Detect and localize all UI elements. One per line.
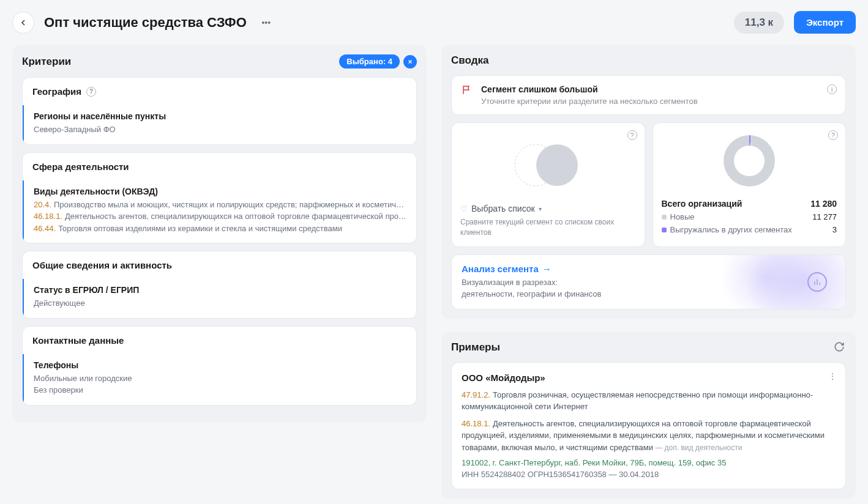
info-icon[interactable]: i (827, 84, 837, 94)
more-icon: ••• (261, 18, 271, 28)
criteria-value: Действующее (34, 297, 406, 309)
example-company-name: ООО «Мойдодыр» (462, 372, 836, 383)
criteria-card[interactable]: География?Регионы и населённые пунктыСев… (22, 77, 417, 145)
criteria-section[interactable]: Статус в ЕГРЮЛ / ЕГРИПДействующее (22, 279, 416, 318)
arrow-right-icon: → (542, 264, 552, 274)
stats-total-label: Всего организаций (662, 199, 743, 209)
criteria-title: Критерии (22, 56, 71, 68)
stat-label: Выгружались в других сегментах (670, 225, 792, 234)
criteria-card-title: География? (23, 78, 416, 105)
summary-panel: Сводка Сегмент слишком большой Уточните … (441, 45, 856, 319)
help-icon[interactable]: ? (86, 87, 96, 97)
criteria-section[interactable]: Виды деятельности (ОКВЭД)20.4.Производст… (22, 180, 416, 243)
criteria-value: 20.4.Производство мыла и моющих, чистящи… (34, 199, 406, 211)
criteria-value: Без проверки (34, 384, 406, 396)
stats-total-value: 11 280 (810, 199, 837, 209)
page-title: Опт чистящие средства СЗФО (44, 15, 247, 31)
venn-diagram (460, 138, 636, 193)
analysis-link[interactable]: Анализ сегмента → (462, 264, 552, 274)
criteria-card[interactable]: Контактные данныеТелефоныМобильные или г… (22, 326, 417, 406)
stats-card: ? Всего организаций 11 280 Новые11 277Вы… (653, 122, 847, 247)
criteria-value: Мобильные или городские (34, 372, 406, 385)
more-menu-button[interactable]: ••• (256, 13, 276, 32)
example-address: 191002, г. Санкт-Петербург, наб. Реки Мо… (462, 458, 836, 467)
example-meta: ИНН 5524288402 ОГРН1536541760358 — 30.04… (462, 470, 836, 479)
analysis-card[interactable]: Анализ сегмента → Визуализация в разреза… (451, 254, 846, 309)
bar-chart-icon (807, 272, 827, 292)
segment-too-big-alert: Сегмент слишком большой Уточните критери… (451, 75, 846, 115)
clear-selection-button[interactable] (403, 55, 417, 69)
help-icon[interactable]: ? (828, 130, 838, 140)
stat-value: 3 (832, 225, 837, 234)
criteria-value: 46.44.Торговля оптовая изделиями из кера… (34, 223, 406, 235)
heart-icon: ♡ (460, 204, 468, 213)
count-badge: 11,3 к (734, 12, 784, 34)
legend-dot (662, 215, 667, 220)
criteria-card[interactable]: Сфера деятельностиВиды деятельности (ОКВ… (22, 152, 417, 244)
criteria-card[interactable]: Общие сведения и активностьСтатус в ЕГРЮ… (22, 251, 417, 319)
example-activity: 46.18.1.Деятельность агентов, специализи… (462, 418, 836, 454)
examples-panel: Примеры ⋮ ООО «Мойдодыр» 47.91.2.Торговл… (441, 332, 856, 500)
help-icon[interactable]: ? (627, 130, 637, 140)
back-button[interactable] (12, 12, 34, 34)
criteria-card-title: Сфера деятельности (23, 153, 416, 180)
criteria-section[interactable]: ТелефоныМобильные или городскиеБез прове… (22, 354, 416, 405)
criteria-section[interactable]: Регионы и населённые пунктыСеверо-Западн… (22, 105, 416, 144)
example-more-button[interactable]: ⋮ (828, 371, 837, 381)
donut-chart (724, 135, 775, 187)
criteria-value: Северо-Западный ФО (34, 124, 406, 136)
alert-title: Сегмент слишком большой (481, 84, 698, 94)
criteria-section-title: Статус в ЕГРЮЛ / ЕГРИП (34, 285, 406, 295)
criteria-section-title: Регионы и населённые пункты (34, 111, 406, 121)
criteria-section-title: Телефоны (34, 360, 406, 370)
stat-value: 11 277 (812, 212, 837, 221)
legend-dot (662, 228, 667, 232)
arrow-left-icon (18, 18, 28, 28)
alert-subtitle: Уточните критерии или разделите на неско… (481, 97, 698, 106)
selected-count-badge[interactable]: Выбрано: 4 (339, 54, 400, 69)
example-activity: 47.91.2.Торговля розничная, осуществляем… (462, 389, 836, 413)
chevron-down-icon: ▾ (539, 206, 542, 212)
select-list-dropdown[interactable]: ♡ Выбрать список ▾ (460, 204, 636, 213)
compare-card: ? ♡ Выбрать список ▾ Сравните (451, 122, 645, 247)
criteria-value: 46.18.1.Деятельность агентов, специализи… (34, 210, 406, 223)
stat-row: Выгружались в других сегментах3 (662, 225, 837, 234)
stat-label: Новые (670, 212, 695, 221)
flag-icon (462, 84, 473, 95)
refresh-button[interactable] (834, 341, 846, 354)
examples-title: Примеры (451, 341, 500, 354)
refresh-icon (834, 341, 845, 352)
criteria-card-title: Общие сведения и активность (23, 251, 416, 279)
summary-title: Сводка (451, 54, 488, 67)
criteria-card-title: Контактные данные (23, 327, 416, 354)
svg-point-1 (536, 144, 578, 186)
export-button[interactable]: Экспорт (794, 11, 856, 34)
stat-row: Новые11 277 (662, 212, 837, 221)
criteria-panel: Критерии Выбрано: 4 География?Регионы и … (12, 45, 427, 423)
example-company-card[interactable]: ⋮ ООО «Мойдодыр» 47.91.2.Торговля рознич… (451, 362, 846, 490)
criteria-section-title: Виды деятельности (ОКВЭД) (34, 187, 406, 196)
close-icon (407, 59, 413, 65)
compare-subtitle: Сравните текущий сегмент со списком свои… (460, 217, 636, 238)
select-list-label: Выбрать список (471, 204, 535, 213)
